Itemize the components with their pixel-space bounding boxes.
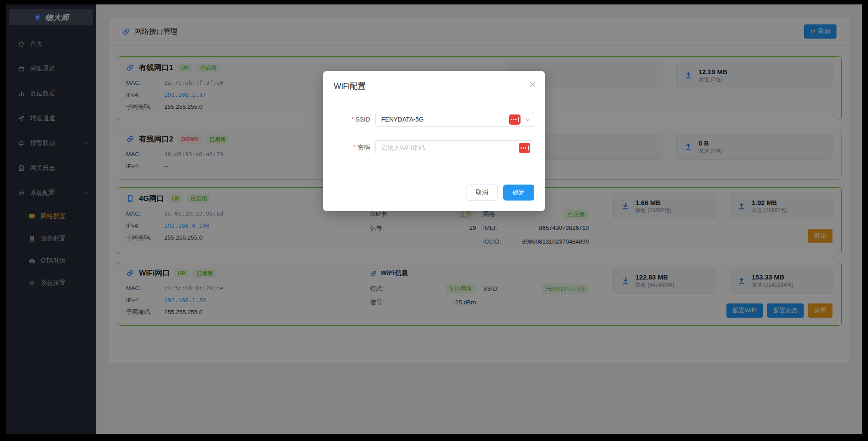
ssid-label-text: SSID [355, 116, 370, 123]
password-field [375, 140, 534, 155]
password-label-text: 密码 [358, 144, 370, 151]
chevron-down-icon [525, 117, 531, 123]
modal-mask [0, 0, 868, 441]
ssid-field-label: *SSID [334, 116, 375, 123]
ssid-form-row: *SSID FENYDATA-5G [334, 112, 534, 127]
ssid-select[interactable]: FENYDATA-5G [375, 112, 534, 127]
modal-title: WiFi配置 [334, 82, 366, 91]
ssid-selected-value: FENYDATA-5G [381, 116, 424, 123]
cancel-button[interactable]: 取消 [466, 185, 498, 201]
confirm-button[interactable]: 确定 [503, 185, 534, 201]
password-manager-icon[interactable] [519, 143, 530, 153]
wifi-config-modal: WiFi配置 *SSID FENYDATA-5G *密码 取消 确定 [323, 71, 545, 211]
password-manager-icon[interactable] [509, 114, 521, 125]
required-mark: * [354, 144, 356, 151]
close-icon[interactable] [529, 81, 536, 88]
password-form-row: *密码 [334, 140, 534, 155]
password-field-label: *密码 [334, 144, 375, 152]
wifi-password-input[interactable] [381, 144, 529, 151]
required-mark: * [351, 116, 354, 123]
